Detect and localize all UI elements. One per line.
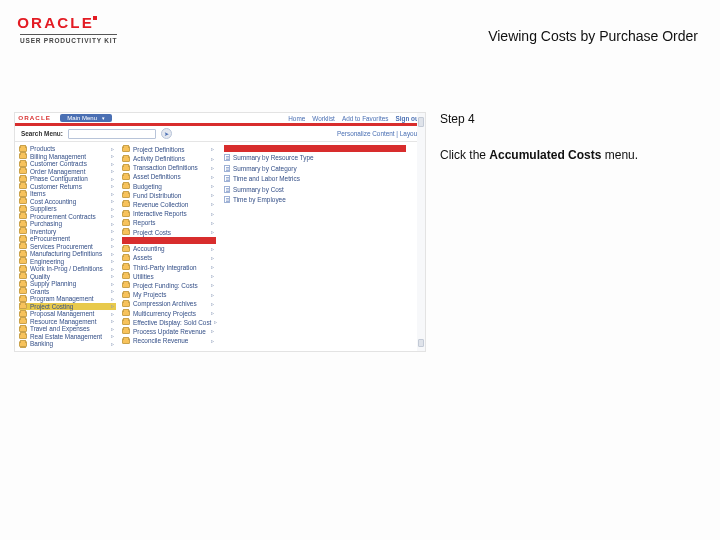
menu-item[interactable]: Travel and Expenses▹ xyxy=(19,325,116,332)
menu-item[interactable]: Program Management▹ xyxy=(19,295,116,302)
chevron-right-icon: ▹ xyxy=(111,213,116,219)
menu-item[interactable]: Third-Party Integration▹ xyxy=(122,263,216,272)
folder-icon xyxy=(19,288,27,294)
menu-item[interactable]: Manufacturing Definitions▹ xyxy=(19,250,116,257)
menu-item-selected[interactable]: Review Costs xyxy=(122,237,216,244)
menu-item[interactable]: Fund Distribution▹ xyxy=(122,191,216,200)
menu-item[interactable]: Supply Planning▹ xyxy=(19,280,116,287)
link-worklist[interactable]: Worklist xyxy=(312,115,335,122)
menu-item[interactable]: Budgeting▹ xyxy=(122,182,216,191)
menu-item[interactable]: Assets▹ xyxy=(122,254,216,263)
menu-item[interactable]: Compression Archives▹ xyxy=(122,300,216,309)
document-icon xyxy=(224,196,230,203)
chevron-right-icon: ▹ xyxy=(211,292,216,298)
menu-item[interactable]: Reports▹ xyxy=(122,219,216,228)
folder-icon xyxy=(122,156,130,162)
menu-item[interactable]: Procurement Contracts▹ xyxy=(19,213,116,220)
folder-icon xyxy=(19,191,27,197)
menu-column-2: Project Definitions▹Activity Definitions… xyxy=(118,142,218,348)
page-title: Viewing Costs by Purchase Order xyxy=(488,28,698,44)
menu-item-label: Engineering xyxy=(30,258,64,265)
search-input[interactable] xyxy=(68,129,156,139)
menu-item[interactable]: Interactive Reports▹ xyxy=(122,209,216,218)
menu-item[interactable]: Project Definitions▹ xyxy=(122,145,216,154)
menu-item[interactable]: Suppliers▹ xyxy=(19,205,116,212)
link-home[interactable]: Home xyxy=(288,115,305,122)
search-go-icon[interactable]: ➤ xyxy=(161,128,172,139)
menu-item-label: Services Procurement xyxy=(30,243,93,250)
menu-item[interactable]: Engineering▹ xyxy=(19,258,116,265)
menu-item[interactable]: Project Funding: Costs▹ xyxy=(122,281,216,290)
submenu-item[interactable]: Summary by Resource Type xyxy=(224,153,406,163)
menu-item[interactable]: Project Costing▹ xyxy=(19,303,116,310)
menu-item[interactable]: Resource Management▹ xyxy=(19,318,116,325)
menu-item-label: Program Management xyxy=(30,295,94,302)
menu-item[interactable]: Banking▹ xyxy=(19,340,116,347)
menu-item-label: Procurement Contracts xyxy=(30,213,96,220)
menu-item[interactable]: Project Costs▹ xyxy=(122,228,216,237)
menu-item[interactable]: Process Update Revenue▹ xyxy=(122,327,216,336)
menu-item[interactable]: Services Procurement▹ xyxy=(19,243,116,250)
chevron-right-icon: ▹ xyxy=(111,243,116,249)
menu-item[interactable]: Reconcile Revenue▹ xyxy=(122,336,216,345)
chevron-right-icon: ▹ xyxy=(111,318,116,324)
chevron-right-icon: ▹ xyxy=(211,229,216,235)
menu-item[interactable]: Billing Management▹ xyxy=(19,153,116,160)
menu-item-label: Transaction Definitions xyxy=(133,164,198,171)
menu-item-label: Real Estate Management xyxy=(30,333,102,340)
menu-item[interactable]: Customer Returns▹ xyxy=(19,183,116,190)
submenu-item[interactable]: Time and Labor Metrics xyxy=(224,174,406,184)
personalize-link[interactable]: Personalize Content | Layout xyxy=(337,130,419,137)
menu-item[interactable]: Transaction Definitions▹ xyxy=(122,163,216,172)
scroll-thumb-bottom[interactable] xyxy=(418,339,424,347)
menu-item[interactable]: Accounting▹ xyxy=(122,244,216,253)
submenu-item[interactable]: Summary by Cost xyxy=(224,184,406,194)
folder-icon xyxy=(19,161,27,167)
chevron-right-icon: ▹ xyxy=(211,220,216,226)
menu-item[interactable]: Products▹ xyxy=(19,145,116,152)
menu-item[interactable]: Asset Definitions▹ xyxy=(122,173,216,182)
menu-item[interactable]: Grants▹ xyxy=(19,288,116,295)
chevron-right-icon: ▹ xyxy=(111,333,116,339)
menu-item[interactable]: Effective Display: Sold Cost▹ xyxy=(122,318,216,327)
menu-item[interactable]: My Projects▹ xyxy=(122,290,216,299)
link-favorites[interactable]: Add to Favorites xyxy=(342,115,389,122)
chevron-right-icon: ▹ xyxy=(111,281,116,287)
menu-item[interactable]: Quality▹ xyxy=(19,273,116,280)
menu-item[interactable]: Activity Definitions▹ xyxy=(122,154,216,163)
menu-columns: Products▹Billing Management▹Customer Con… xyxy=(15,142,425,348)
menu-item[interactable]: Cost Accounting▹ xyxy=(19,198,116,205)
scroll-thumb-top[interactable] xyxy=(418,117,424,127)
menu-item[interactable]: Multicurrency Projects▹ xyxy=(122,309,216,318)
menu-item[interactable]: Items▹ xyxy=(19,190,116,197)
menu-item[interactable]: Inventory▹ xyxy=(19,228,116,235)
menu-item[interactable]: Utilities▹ xyxy=(122,272,216,281)
chevron-right-icon: ▹ xyxy=(211,301,216,307)
menu-item[interactable]: Purchasing▹ xyxy=(19,220,116,227)
folder-icon xyxy=(19,213,27,219)
menu-item[interactable]: Proposal Management▹ xyxy=(19,310,116,317)
flyout-header: x xyxy=(224,145,406,152)
menu-item-label: Manufacturing Definitions xyxy=(30,250,102,257)
submenu-item[interactable]: Time by Employee xyxy=(224,195,406,205)
menu-item[interactable]: Work In-Prog / Definitions▹ xyxy=(19,265,116,272)
menu-item-label: Reports xyxy=(133,219,155,226)
chevron-right-icon: ▹ xyxy=(111,161,116,167)
submenu-item[interactable]: Summary by Category xyxy=(224,163,406,173)
folder-icon xyxy=(122,220,130,226)
scrollbar[interactable] xyxy=(417,113,425,351)
menu-item[interactable]: Revenue Collection▹ xyxy=(122,200,216,209)
menu-item[interactable]: Real Estate Management▹ xyxy=(19,333,116,340)
step-label: Step 4 xyxy=(440,112,708,126)
main-menu-button[interactable]: Main Menu ▾ xyxy=(60,114,111,122)
menu-item[interactable]: Travel and Expenses▹ xyxy=(19,348,116,349)
menu-item[interactable]: Customer Contracts▹ xyxy=(19,160,116,167)
folder-icon xyxy=(19,206,27,212)
chevron-right-icon: ▹ xyxy=(111,198,116,204)
menu-item[interactable]: Phase Configuration▹ xyxy=(19,175,116,182)
menu-item[interactable]: eProcurement▹ xyxy=(19,235,116,242)
menu-item[interactable]: Order Management▹ xyxy=(19,168,116,175)
oracle-logo: ORACLE USER PRODUCTIVITY KIT xyxy=(20,14,117,44)
mini-oracle-logo: ORACLE xyxy=(18,115,51,121)
chevron-right-icon: ▹ xyxy=(211,264,216,270)
